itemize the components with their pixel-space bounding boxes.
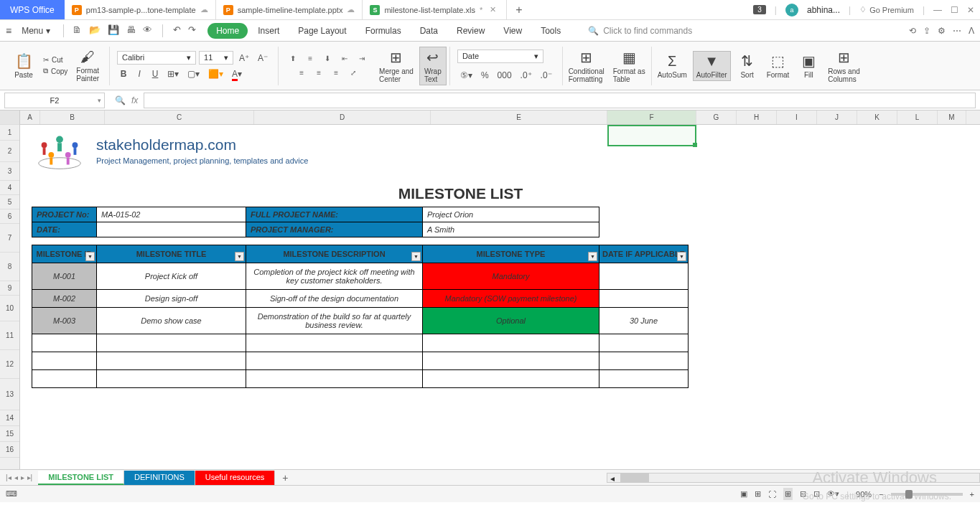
col-header-E[interactable]: E xyxy=(431,110,607,124)
ms-header[interactable]: MILESTONE TYPE▼ xyxy=(423,245,599,263)
hamburger-icon[interactable]: ≡ xyxy=(6,25,11,37)
filter-icon[interactable]: ▼ xyxy=(677,252,686,261)
col-header-L[interactable]: L xyxy=(897,110,938,124)
table-row[interactable] xyxy=(32,334,689,352)
close-tab-icon[interactable]: ✕ xyxy=(487,5,499,14)
ms-header[interactable]: MILESTONE ID▼ xyxy=(32,245,97,263)
row-header-12[interactable]: 12 xyxy=(0,350,19,379)
autosum-button[interactable]: ΣAutoSum xyxy=(655,52,690,80)
col-header-H[interactable]: H xyxy=(737,110,777,124)
share-icon[interactable]: ⇪ xyxy=(923,26,930,36)
tab-first-icon[interactable]: |◂ xyxy=(6,473,11,481)
formula-input[interactable] xyxy=(144,93,976,108)
cell-bg-button[interactable]: ▢▾ xyxy=(185,67,202,80)
save-icon[interactable]: 💾 xyxy=(108,24,119,37)
tab-last-icon[interactable]: ▸| xyxy=(27,473,33,481)
indent-inc-button[interactable]: ⇥ xyxy=(355,53,369,65)
decrease-font-button[interactable]: A⁻ xyxy=(255,52,271,65)
collapse-icon[interactable]: ᐱ xyxy=(969,26,974,36)
cut-button[interactable]: ✂ Cut xyxy=(40,55,70,65)
sheet-tab[interactable]: MILESTONE LIST xyxy=(38,471,124,485)
name-box[interactable]: F2 xyxy=(4,93,105,108)
fx-icon[interactable]: fx xyxy=(131,95,138,105)
number-format-select[interactable]: Date▾ xyxy=(457,50,543,63)
indent-dec-button[interactable]: ⇤ xyxy=(337,53,352,65)
undo-icon[interactable]: ↶ xyxy=(173,24,181,37)
col-header-C[interactable]: C xyxy=(105,110,254,124)
paste-button[interactable]: 📋Paste xyxy=(10,51,37,80)
menu-tab-review[interactable]: Review xyxy=(448,23,493,39)
select-all-corner[interactable] xyxy=(0,110,19,125)
view-normal-icon[interactable]: ▣ xyxy=(740,489,747,499)
italic-button[interactable]: I xyxy=(133,67,146,80)
row-header-14[interactable]: 14 xyxy=(0,410,19,426)
border-button[interactable]: ⊞▾ xyxy=(164,67,182,80)
print-icon[interactable]: 🖶 xyxy=(126,24,136,37)
notif-count[interactable]: 3 xyxy=(753,5,766,14)
user-name[interactable]: abhina... xyxy=(807,5,840,15)
align-center-button[interactable]: ≡ xyxy=(312,67,326,79)
menu-tab-home[interactable]: Home xyxy=(207,23,248,39)
open-icon[interactable]: 📂 xyxy=(89,24,101,37)
doc-tab-1[interactable]: P sample-timeline-template.pptx ☁ xyxy=(216,0,363,19)
horizontal-scrollbar[interactable]: ◂ xyxy=(607,473,980,483)
col-header-M[interactable]: M xyxy=(938,110,966,124)
row-header-9[interactable]: 9 xyxy=(0,281,19,296)
comma-button[interactable]: 000 xyxy=(495,69,515,82)
go-premium-button[interactable]: ♢ Go Premium xyxy=(859,5,914,14)
table-row[interactable]: M-003Demo show caseDemonstration of the … xyxy=(32,308,689,334)
conditional-formatting-button[interactable]: ⊞Conditional Formatting xyxy=(566,47,607,85)
sheet-tab[interactable]: Useful resources xyxy=(195,471,276,485)
menu-tab-tools[interactable]: Tools xyxy=(532,23,569,39)
tab-prev-icon[interactable]: ◂ xyxy=(14,473,18,481)
new-icon[interactable]: 🗎 xyxy=(73,24,82,37)
zoom-in-button[interactable]: + xyxy=(970,490,974,499)
wrap-text-button[interactable]: ↩Wrap Text xyxy=(419,47,447,85)
ms-header[interactable]: DATE IF APPLICABLE▼ xyxy=(599,245,689,263)
view-split-icon[interactable]: ⊟ xyxy=(800,489,806,499)
tab-next-icon[interactable]: ▸ xyxy=(21,473,24,481)
copy-button[interactable]: ⧉ Copy xyxy=(40,66,70,76)
status-icon[interactable]: ⌨ xyxy=(6,489,17,499)
mgr-value[interactable]: A Smith xyxy=(423,222,599,237)
font-color-button[interactable]: A▾ xyxy=(229,67,245,80)
row-header-5[interactable]: 5 xyxy=(0,195,19,209)
filter-icon[interactable]: ▼ xyxy=(411,252,421,261)
row-header-11[interactable]: 11 xyxy=(0,321,19,350)
merge-button[interactable]: ⊞Merge and Center xyxy=(376,47,416,85)
row-header-16[interactable]: 16 xyxy=(0,442,19,458)
table-row[interactable] xyxy=(32,370,689,388)
ms-header[interactable]: MILESTONE TITLE▼ xyxy=(97,245,246,263)
redo-icon[interactable]: ↷ xyxy=(188,24,196,37)
table-row[interactable]: M-001Project Kick offCompletion of the p… xyxy=(32,263,689,290)
sheet-area[interactable]: 12345678910111213141516 ABCDEFGHIJKLM st… xyxy=(0,110,980,469)
row-header-7[interactable]: 7 xyxy=(0,224,19,253)
settings-icon[interactable]: ⚙ xyxy=(938,26,946,36)
underline-button[interactable]: U xyxy=(149,67,162,80)
inc-decimal-button[interactable]: .0⁺ xyxy=(518,69,535,82)
row-header-2[interactable]: 2 xyxy=(0,141,19,162)
col-header-K[interactable]: K xyxy=(857,110,897,124)
increase-font-button[interactable]: A⁺ xyxy=(236,52,252,65)
format-as-table-button[interactable]: ▦Format as Table xyxy=(610,47,648,85)
percent-button[interactable]: % xyxy=(478,69,492,82)
add-tab-button[interactable]: + xyxy=(507,0,531,19)
row-header-8[interactable]: 8 xyxy=(0,253,19,281)
format-painter-button[interactable]: 🖌Format Painter xyxy=(73,47,102,84)
bold-button[interactable]: B xyxy=(117,67,130,80)
menu-tab-formulas[interactable]: Formulas xyxy=(357,23,410,39)
proj-no-value[interactable]: MA-015-02 xyxy=(97,207,246,222)
filter-icon[interactable]: ▼ xyxy=(235,252,244,261)
filter-icon[interactable]: ▼ xyxy=(85,252,95,261)
font-size-select[interactable]: 11▾ xyxy=(199,51,233,65)
row-header-4[interactable]: 4 xyxy=(0,181,19,195)
align-right-button[interactable]: ≡ xyxy=(329,67,343,79)
scroll-left-icon[interactable]: ◂ xyxy=(607,473,617,482)
view-eye-icon[interactable]: 👁▾ xyxy=(827,489,839,499)
table-row[interactable]: M-002Design sign-offSign-off of the desi… xyxy=(32,290,689,308)
doc-tab-0[interactable]: P pm13-sample-p...tone-template ☁ xyxy=(65,0,216,19)
view-page-icon[interactable]: ⊞ xyxy=(755,489,761,499)
command-search[interactable]: 🔍 Click to find commands xyxy=(588,26,692,36)
menu-tab-view[interactable]: View xyxy=(495,23,531,39)
maximize-icon[interactable]: ☐ xyxy=(951,5,958,15)
